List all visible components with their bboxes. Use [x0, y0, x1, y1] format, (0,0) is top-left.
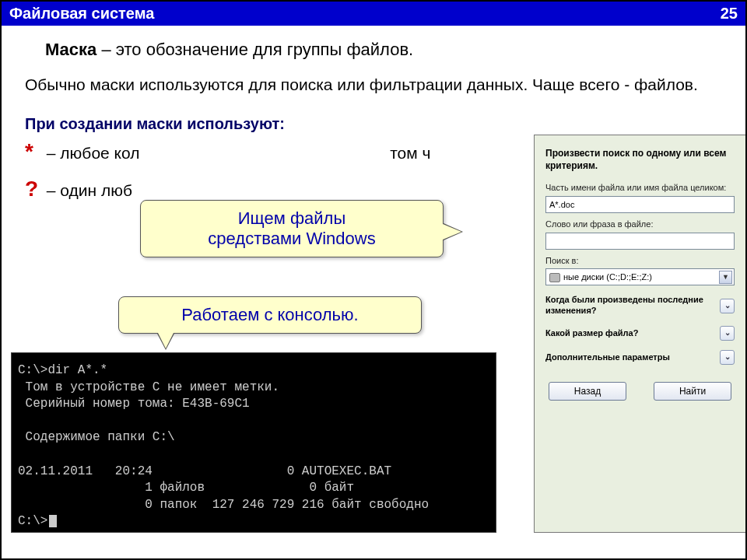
slide-title: Файловая система — [9, 5, 154, 23]
windows-search-panel: Произвести поиск по одному или всем крит… — [534, 135, 745, 533]
expander-label: Какой размер файла? — [545, 328, 638, 339]
expander-label: Когда были произведены последние изменен… — [545, 295, 715, 317]
chevrons-down-icon[interactable]: ⌄ — [720, 299, 735, 313]
bullet-text-tail: том ч — [390, 144, 430, 162]
console-line: C:\>dir A*.* — [18, 363, 107, 377]
panel-title: Произвести поиск по одному или всем крит… — [545, 148, 735, 172]
phrase-input[interactable] — [545, 233, 735, 250]
slide-body: Маска – это обозначение для группы файло… — [2, 26, 745, 558]
callout-console: Работаем с консолью. — [118, 296, 422, 334]
chevrons-down-icon[interactable]: ⌄ — [720, 350, 735, 365]
definition-text: – это обозначение для группы файлов. — [96, 40, 413, 59]
chevron-down-icon[interactable]: ▼ — [719, 271, 732, 284]
expander-label: Дополнительные параметры — [545, 352, 670, 363]
question-symbol: ? — [25, 177, 42, 201]
console-line: 02.11.2011 20:24 0 AUTOEXEC.BAT — [18, 464, 391, 478]
back-button[interactable]: Назад — [549, 382, 626, 401]
label-phrase: Слово или фраза в файле: — [545, 219, 735, 230]
callout-line: средствами Windows — [163, 229, 421, 249]
label-filename: Часть имени файла или имя файла целиком: — [545, 183, 735, 194]
slide-number: 25 — [721, 5, 738, 23]
console-line: Содержимое папки C:\ — [18, 430, 175, 444]
label-search-in: Поиск в: — [545, 256, 735, 267]
callout-line: Ищем файлы — [163, 208, 421, 229]
expander-size[interactable]: Какой размер файла? ⌄ — [545, 326, 735, 341]
search-location-dropdown[interactable]: ные диски (C:;D:;E:;Z:) ▼ — [545, 268, 735, 285]
disk-icon — [549, 273, 560, 282]
asterisk-symbol: * — [25, 139, 42, 164]
bullet-text: – любое кол — [42, 144, 139, 162]
console-prompt: C:\> — [18, 514, 47, 528]
cursor-icon — [49, 515, 57, 527]
paragraph: Обычно маски используются для поиска или… — [25, 74, 722, 95]
callout-text: Работаем с консолью. — [181, 305, 358, 324]
term: Маска — [45, 40, 96, 59]
definition-line: Маска – это обозначение для группы файло… — [45, 40, 722, 60]
console-line: Серийный номер тома: E43B-69C1 — [18, 397, 250, 411]
dropdown-value: ные диски (C:;D:;E:;Z:) — [563, 272, 652, 282]
filename-input[interactable] — [545, 196, 735, 213]
expander-advanced[interactable]: Дополнительные параметры ⌄ — [545, 350, 735, 365]
subheading: При создании маски используют: — [25, 115, 722, 133]
chevrons-down-icon[interactable]: ⌄ — [720, 326, 735, 341]
console-line: 0 папок 127 246 729 216 байт свободно — [18, 498, 429, 512]
callout-windows-search: Ищем файлы средствами Windows — [140, 200, 444, 257]
console-window: C:\>dir A*.* Том в устройстве C не имеет… — [11, 352, 496, 533]
console-line: 1 файлов 0 байт — [18, 481, 354, 495]
find-button[interactable]: Найти — [654, 382, 731, 401]
slide-header: Файловая система 25 — [2, 2, 745, 26]
expander-modified[interactable]: Когда были произведены последние изменен… — [545, 295, 735, 317]
bullet-text: – один люб — [42, 181, 132, 199]
console-line: Том в устройстве C не имеет метки. — [18, 380, 279, 394]
